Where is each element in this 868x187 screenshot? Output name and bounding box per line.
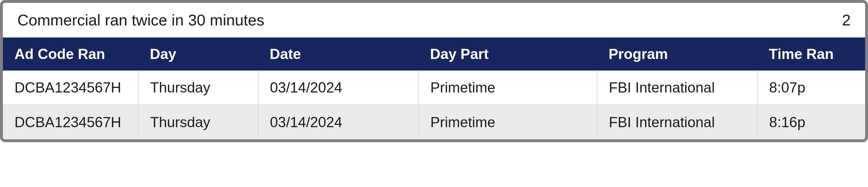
header-program: Program bbox=[597, 38, 757, 70]
report-panel: Commercial ran twice in 30 minutes 2 Ad … bbox=[0, 0, 868, 142]
cell-time-ran: 8:16p bbox=[757, 105, 865, 139]
data-table: Ad Code Ran Day Date Day Part Program Ti… bbox=[3, 38, 865, 139]
cell-day-part: Primetime bbox=[418, 105, 597, 139]
header-day: Day bbox=[138, 38, 258, 70]
header-day-part: Day Part bbox=[418, 38, 597, 70]
table-header-row: Ad Code Ran Day Date Day Part Program Ti… bbox=[3, 38, 865, 70]
cell-ad-code: DCBA1234567H bbox=[3, 105, 138, 139]
table-row: DCBA1234567H Thursday 03/14/2024 Primeti… bbox=[3, 105, 865, 139]
title-bar: Commercial ran twice in 30 minutes 2 bbox=[3, 3, 865, 38]
cell-day: Thursday bbox=[138, 105, 258, 139]
header-date: Date bbox=[258, 38, 418, 70]
cell-ad-code: DCBA1234567H bbox=[3, 70, 138, 105]
cell-day-part: Primetime bbox=[418, 70, 597, 105]
table-row: DCBA1234567H Thursday 03/14/2024 Primeti… bbox=[3, 70, 865, 105]
title-text: Commercial ran twice in 30 minutes bbox=[17, 11, 264, 29]
cell-program: FBI International bbox=[597, 70, 757, 105]
title-count: 2 bbox=[842, 11, 851, 29]
header-time-ran: Time Ran bbox=[757, 38, 865, 70]
header-ad-code: Ad Code Ran bbox=[3, 38, 138, 70]
cell-time-ran: 8:07p bbox=[757, 70, 865, 105]
cell-day: Thursday bbox=[138, 70, 258, 105]
cell-date: 03/14/2024 bbox=[258, 70, 418, 105]
cell-date: 03/14/2024 bbox=[258, 105, 418, 139]
cell-program: FBI International bbox=[597, 105, 757, 139]
